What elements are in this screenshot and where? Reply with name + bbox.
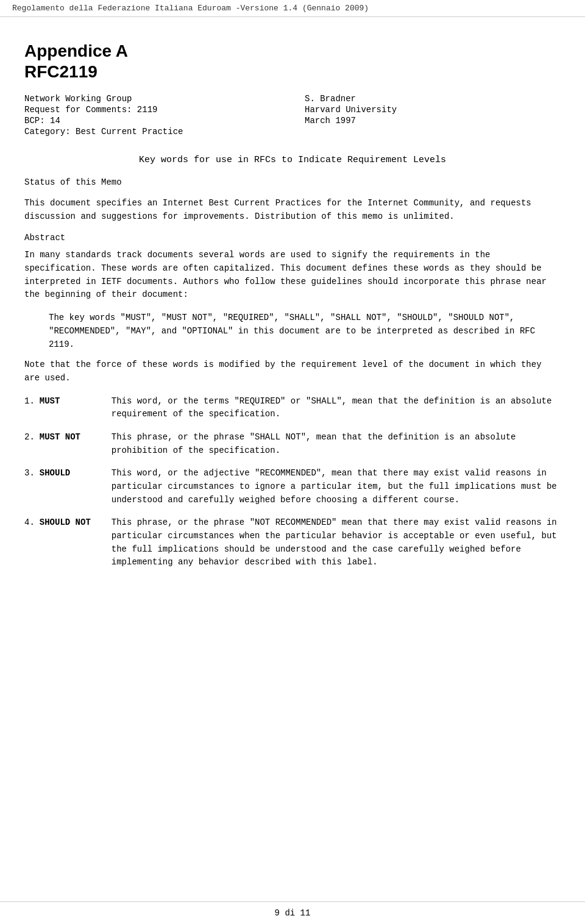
rfc-header-right: S. Bradner Harvard University March 1997 <box>292 94 561 137</box>
page-footer: 9 di 11 <box>0 901 585 924</box>
item-number-4: 4. <box>24 516 35 569</box>
item-content-2: This phrase, or the phrase "SHALL NOT", … <box>112 431 561 457</box>
quoted-block: The key words "MUST", "MUST NOT", "REQUI… <box>49 311 536 351</box>
numbered-item-3: 3.SHOULDThis word, or the adjective "REC… <box>24 467 561 506</box>
rfc-left-line1: Network Working Group <box>24 94 292 104</box>
rfc-left-line2: Request for Comments: 2119 <box>24 105 292 115</box>
rfc-left-line3: BCP: 14 <box>24 116 292 126</box>
rfc-right-line1: S. Bradner <box>305 94 561 104</box>
abstract-body: In many standards track documents severa… <box>24 249 561 302</box>
top-header-text: Regolamento della Federazione Italiana E… <box>12 4 369 13</box>
status-label: Status of this Memo <box>24 177 561 187</box>
numbered-item-2: 2.MUST NOTThis phrase, or the phrase "SH… <box>24 431 561 457</box>
page-number: 9 di 11 <box>275 908 311 918</box>
item-content-3: This word, or the adjective "RECOMMENDED… <box>112 467 561 506</box>
rfc-right-line3: March 1997 <box>305 116 561 126</box>
key-words-title: Key words for use in RFCs to Indicate Re… <box>24 155 561 165</box>
status-body: This document specifies an Internet Best… <box>24 197 561 223</box>
rfc-left-line4: Category: Best Current Practice <box>24 127 292 137</box>
item-content-1: This word, or the terms "REQUIRED" or "S… <box>112 395 561 421</box>
rfc-header-left: Network Working Group Request for Commen… <box>24 94 292 137</box>
numbered-item-4: 4.SHOULD NOTThis phrase, or the phrase "… <box>24 516 561 569</box>
rfc-header-grid: Network Working Group Request for Commen… <box>24 94 561 137</box>
note-paragraph: Note that the force of these words is mo… <box>24 358 561 385</box>
numbered-items-list: 1.MUSTThis word, or the terms "REQUIRED"… <box>24 395 561 570</box>
item-number-1: 1. <box>24 395 35 421</box>
item-number-2: 2. <box>24 431 35 457</box>
top-header: Regolamento della Federazione Italiana E… <box>0 0 585 17</box>
item-content-4: This phrase, or the phrase "NOT RECOMMEN… <box>112 516 561 569</box>
content-area: Appendice A RFC2119 Network Working Grou… <box>0 17 585 924</box>
numbered-item-1: 1.MUSTThis word, or the terms "REQUIRED"… <box>24 395 561 421</box>
appendix-title-line2: RFC2119 <box>24 62 561 82</box>
appendix-title-line1: Appendice A <box>24 41 561 61</box>
page-wrapper: Regolamento della Federazione Italiana E… <box>0 0 585 924</box>
item-term-4: SHOULD NOT <box>40 516 107 569</box>
item-number-3: 3. <box>24 467 35 506</box>
item-term-3: SHOULD <box>40 467 107 506</box>
item-term-2: MUST NOT <box>40 431 107 457</box>
item-term-1: MUST <box>40 395 107 421</box>
abstract-label: Abstract <box>24 233 561 243</box>
rfc-right-line2: Harvard University <box>305 105 561 115</box>
